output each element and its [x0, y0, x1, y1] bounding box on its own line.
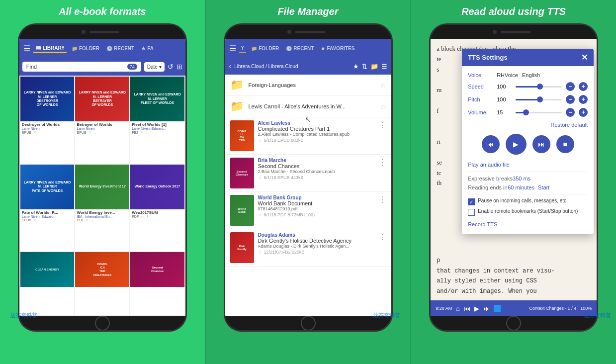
volume-label[interactable]: Volume — [468, 109, 493, 115]
pitch-value: 100 — [497, 96, 512, 102]
list-item[interactable]: DirkGently Douglas Adams Dirk Gently's H… — [225, 229, 391, 267]
list-item[interactable]: COMPLICATED Alexi Lawless Complicated Cr… — [225, 117, 391, 155]
more-icon[interactable]: ⋮ — [38, 130, 42, 134]
more-icon-book[interactable]: ⋮ — [378, 232, 386, 242]
tts-close-button[interactable]: ✕ — [581, 53, 588, 62]
list-item[interactable]: World Energy Outlook 2017 Weo2017SUM PDF… — [130, 165, 184, 252]
more-icon-book[interactable]: ⋮ — [378, 158, 386, 167]
grid-view-icon[interactable]: ⊞ — [176, 63, 182, 71]
phone-top-3 — [431, 25, 597, 39]
record-tts-link[interactable]: Record TTS — [468, 221, 497, 227]
volume-increase-button[interactable]: + — [579, 108, 588, 117]
list-item[interactable]: SecondChances Bria Marche Second Chances… — [225, 155, 391, 192]
list-item[interactable]: COMPLICATEDCREATURES — [75, 252, 129, 315]
tts-time: 9:28 AM — [436, 306, 452, 311]
pitch-label[interactable]: Pitch — [468, 96, 493, 102]
speed-slider[interactable] — [516, 86, 562, 88]
tab-favorites-1[interactable]: ★ FA — [139, 45, 156, 52]
menu-icon-fm[interactable]: ☰ — [381, 63, 387, 70]
tts-prev-icon[interactable]: ⏮ — [464, 305, 470, 312]
tab-library[interactable]: 📖 LIBRARY — [33, 44, 67, 53]
more-icon-book[interactable]: ⋮ — [378, 195, 386, 204]
play-button[interactable]: ▶ — [506, 134, 527, 155]
search-input[interactable]: Find 74 — [22, 62, 141, 72]
volume-decrease-button[interactable]: − — [566, 108, 575, 117]
speed-label[interactable]: Speed — [468, 84, 493, 90]
more-icon[interactable]: ⋮ — [146, 215, 149, 219]
enable-bookmarks-checkbox[interactable]: ✓ — [468, 209, 475, 216]
more-icon[interactable]: ⋮ — [90, 218, 94, 222]
rewind-button[interactable]: ⏮ — [482, 135, 500, 153]
tts-play-bottom-icon[interactable]: ▶ — [474, 305, 479, 312]
tab-recent-fm[interactable]: 🕒 RECENT — [284, 45, 316, 52]
speed-increase-button[interactable]: + — [579, 82, 588, 91]
home-button-3[interactable] — [506, 316, 521, 331]
expressive-breaks-row: Expressive breaks 350 ms — [468, 174, 588, 183]
expressive-breaks-value[interactable]: 350 ms — [513, 176, 530, 182]
star-icon-item[interactable]: ☆ — [380, 102, 386, 110]
tts-reading-area: a block element (i.e., place thetesmfris… — [431, 39, 597, 300]
stop-button[interactable]: ■ — [556, 135, 574, 153]
tts-pitch-row: Pitch 100 − + — [468, 93, 588, 106]
star-icon-item[interactable]: ☆ — [380, 81, 386, 89]
speed-dot — [537, 84, 543, 90]
screen-tts: a block element (i.e., place thetesmfris… — [431, 39, 597, 316]
more-icon[interactable]: ⋮ — [145, 130, 149, 134]
pitch-slider[interactable] — [516, 99, 562, 100]
restore-default-link[interactable]: Restore default — [551, 122, 588, 128]
home-button-2[interactable] — [301, 316, 316, 331]
hamburger-icon-fm[interactable]: ☰ — [229, 44, 236, 53]
restore-default-row: Restore default — [468, 119, 588, 130]
phone-bottom-3 — [431, 316, 597, 330]
sort-icon-fm[interactable]: ⇅ — [362, 63, 367, 70]
divider-1 — [468, 172, 588, 172]
home-button-1[interactable] — [95, 316, 110, 331]
tts-settings-modal: TTS Settings ✕ Voice RHVoice English Spe… — [462, 49, 594, 234]
bookmark-icon-fm[interactable]: ★ — [353, 63, 359, 70]
list-item[interactable]: CLEAN ENERGY — [20, 252, 75, 315]
more-icon-book[interactable]: ⋮ — [378, 120, 386, 130]
folder-tab-icon: 📁 — [72, 46, 78, 51]
tts-home-icon[interactable]: ⌂ — [456, 305, 460, 312]
list-item[interactable]: 📁 Lewis Carroll - Alice's Adventures in … — [225, 96, 391, 117]
more-icon[interactable]: ⋮ — [93, 130, 97, 134]
volume-slider[interactable] — [516, 112, 562, 113]
speaker-2 — [295, 31, 325, 33]
tab-recent-1[interactable]: 🕒 RECENT — [104, 45, 136, 52]
star-icon: ☆ — [140, 130, 143, 134]
list-item[interactable]: WorldBank World Bank Group World Bank Do… — [225, 192, 391, 229]
tab-y[interactable]: Y — [239, 44, 247, 53]
back-icon[interactable]: ‹ — [229, 62, 232, 70]
folder-new-icon-fm[interactable]: 📁 — [370, 63, 378, 70]
play-audio-file-link[interactable]: Play an audio file — [468, 162, 510, 168]
pitch-increase-button[interactable]: + — [579, 95, 588, 104]
reading-ends-value[interactable]: 60 minutes — [508, 184, 534, 190]
panel2-title: File Manager — [277, 0, 338, 21]
date-filter[interactable]: Date ▾ — [144, 62, 165, 72]
phone-library: ☰ 📖 LIBRARY 📁 FOLDER 🕒 RECENT ★ FA — [18, 23, 187, 332]
fm-topbar: ☰ Y 📁 FOLDER 🕒 RECENT ★ FAVORITES — [225, 39, 391, 58]
list-item[interactable]: LARRY NIVEN and EDWARD M. LERNERFATE OF … — [20, 165, 75, 252]
tab-folder-1[interactable]: 📁 FOLDER — [70, 45, 101, 52]
pitch-decrease-button[interactable]: − — [566, 95, 575, 104]
speed-decrease-button[interactable]: − — [566, 82, 575, 91]
refresh-icon[interactable]: ↺ — [168, 63, 174, 71]
list-item[interactable]: SecondChances — [130, 252, 184, 315]
tts-stop-bottom-button[interactable] — [494, 305, 501, 312]
pause-calls-checkbox[interactable]: ✓ — [468, 198, 475, 205]
more-icon[interactable]: ⋮ — [38, 218, 42, 222]
list-item[interactable]: 📁 Foreign-Languages ☆ — [225, 75, 391, 96]
reading-ends-start-link[interactable]: Start — [538, 184, 549, 190]
tts-next-icon[interactable]: ⏭ — [483, 305, 490, 312]
tab-favorites-fm[interactable]: ★ FAVORITES — [319, 45, 356, 52]
voice-label[interactable]: Voice — [468, 72, 493, 78]
fm-path-icons: ★ ⇅ 📁 ☰ — [353, 63, 387, 70]
list-item[interactable]: World Energy Investment 17 World Energy … — [75, 165, 129, 252]
list-item[interactable]: LARRY NIVEN and EDWARD M. LERNERFLEET OF… — [130, 77, 184, 164]
fast-forward-button[interactable]: ⏭ — [532, 135, 550, 153]
list-item[interactable]: LARRY NIVEN and EDWARD M. LERNERBETRAYER… — [75, 77, 129, 164]
list-item[interactable]: LARRY NIVEN and EDWARD M. LERNERDESTROYE… — [20, 77, 75, 164]
voice-language: English — [522, 72, 540, 78]
tab-folder-fm[interactable]: 📁 FOLDER — [249, 45, 281, 52]
hamburger-icon[interactable]: ☰ — [23, 44, 30, 53]
